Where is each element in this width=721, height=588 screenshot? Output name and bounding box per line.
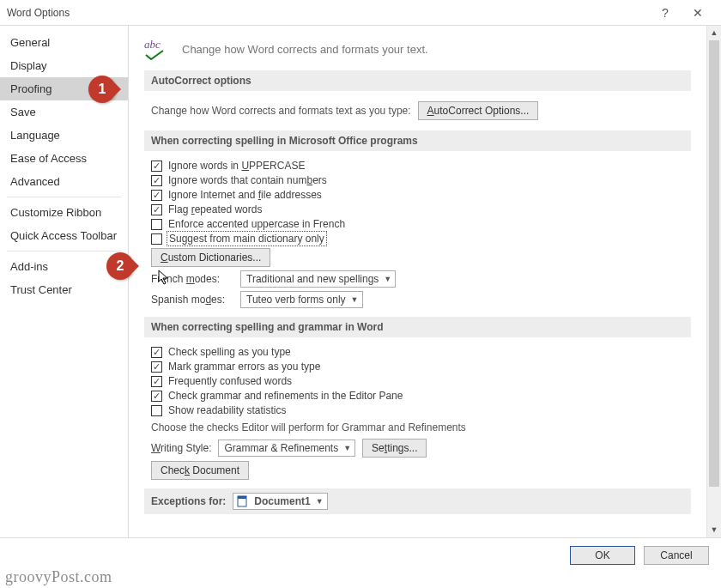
office-check-checkbox-5[interactable] — [151, 233, 162, 245]
office-check-checkbox-2[interactable] — [151, 190, 162, 201]
office-check-label-2[interactable]: Ignore Internet and file addresses — [168, 189, 322, 201]
office-check-checkbox-3[interactable] — [151, 204, 162, 215]
office-check-row: Flag repeated words — [151, 203, 691, 215]
window-title: Word Options — [7, 7, 649, 19]
sidebar-separator — [7, 251, 121, 252]
word-check-row: Check grammar and refinements in the Edi… — [151, 390, 691, 402]
custom-dictionaries-button[interactable]: Custom Dictionaries... — [151, 248, 270, 267]
dialog-footer: OK Cancel — [0, 537, 721, 572]
sidebar-item-display[interactable]: Display — [0, 54, 128, 77]
office-check-row: Ignore words that contain numbers — [151, 174, 691, 186]
word-check-label-3[interactable]: Check grammar and refinements in the Edi… — [168, 390, 403, 402]
word-check-row: Show readability statistics — [151, 404, 691, 416]
word-check-label-2[interactable]: Frequently confused words — [168, 375, 292, 387]
sidebar-item-ease-of-access[interactable]: Ease of Access — [0, 147, 128, 170]
settings-button[interactable]: Settings... — [362, 439, 427, 458]
office-check-checkbox-0[interactable] — [151, 161, 162, 172]
chevron-down-icon: ▼ — [384, 275, 391, 283]
annotation-2: 2 — [106, 252, 134, 280]
check-document-button[interactable]: Check Document — [151, 461, 249, 480]
french-modes-label: French modes: — [151, 273, 233, 285]
sidebar-item-advanced[interactable]: Advanced — [0, 170, 128, 193]
titlebar: Word Options ? ✕ — [0, 0, 721, 26]
scroll-down-icon[interactable]: ▼ — [707, 523, 721, 537]
sidebar-item-save[interactable]: Save — [0, 100, 128, 124]
word-check-checkbox-4[interactable] — [151, 405, 162, 416]
office-check-label-5[interactable]: Suggest from main dictionary only — [168, 233, 325, 245]
sidebar-item-general[interactable]: General — [0, 31, 128, 54]
chevron-down-icon: ▼ — [343, 444, 351, 452]
scroll-up-icon[interactable]: ▲ — [707, 26, 721, 40]
office-check-label-1[interactable]: Ignore words that contain numbers — [168, 174, 327, 186]
document-icon — [235, 495, 249, 507]
sidebar-item-trust-center[interactable]: Trust Center — [0, 278, 128, 301]
writing-style-desc: Choose the checks Editor will perform fo… — [151, 421, 691, 433]
office-check-label-3[interactable]: Flag repeated words — [168, 203, 262, 215]
office-check-row: Ignore words in UPPERCASE — [151, 160, 691, 172]
word-check-row: Frequently confused words — [151, 375, 691, 387]
office-check-label-0[interactable]: Ignore words in UPPERCASE — [168, 160, 305, 172]
chevron-down-icon: ▼ — [351, 295, 359, 304]
office-check-checkbox-4[interactable] — [151, 219, 162, 230]
autocorrect-desc: Change how Word corrects and formats tex… — [151, 105, 411, 117]
exceptions-label: Exceptions for: — [151, 495, 226, 507]
office-check-checkbox-1[interactable] — [151, 175, 162, 186]
chevron-down-icon: ▼ — [316, 497, 324, 506]
annotation-1: 1 — [88, 76, 116, 103]
writing-style-dropdown[interactable]: Grammar & Refinements▼ — [218, 439, 355, 457]
vertical-scrollbar[interactable]: ▲ ▼ — [706, 26, 721, 537]
writing-style-label: Writing Style: — [151, 442, 211, 454]
word-check-checkbox-3[interactable] — [151, 391, 162, 402]
sidebar-separator — [7, 197, 121, 197]
section-exceptions: Exceptions for: Document1 ▼ — [144, 488, 691, 514]
office-check-label-4[interactable]: Enforce accented uppercase in French — [168, 218, 345, 230]
office-check-row: Enforce accented uppercase in French — [151, 218, 691, 230]
french-modes-dropdown[interactable]: Traditional and new spellings▼ — [240, 270, 396, 288]
spanish-modes-label: Spanish modes: — [151, 294, 233, 306]
word-check-row: Check spelling as you type — [151, 346, 691, 358]
sidebar-item-quick-access-toolbar[interactable]: Quick Access Toolbar — [0, 224, 128, 247]
section-office-spell-title: When correcting spelling in Microsoft Of… — [144, 130, 691, 151]
svg-rect-1 — [238, 496, 246, 499]
close-button[interactable]: ✕ — [682, 6, 714, 20]
office-check-row: Ignore Internet and file addresses — [151, 189, 691, 201]
scroll-thumb[interactable] — [709, 40, 719, 487]
word-check-label-0[interactable]: Check spelling as you type — [168, 346, 291, 358]
proofing-icon: abc — [144, 38, 170, 60]
proofing-pane: abc Change how Word corrects and formats… — [129, 26, 706, 537]
ok-button[interactable]: OK — [570, 546, 635, 565]
word-check-checkbox-1[interactable] — [151, 361, 162, 373]
section-word-spell-title: When correcting spelling and grammar in … — [144, 317, 691, 337]
section-autocorrect-title: AutoCorrect options — [144, 70, 691, 91]
word-check-checkbox-0[interactable] — [151, 347, 162, 358]
cancel-button[interactable]: Cancel — [644, 546, 709, 565]
help-button[interactable]: ? — [649, 6, 682, 20]
spanish-modes-dropdown[interactable]: Tuteo verb forms only▼ — [240, 291, 363, 308]
watermark: groovyPost.com — [5, 568, 112, 586]
sidebar-item-language[interactable]: Language — [0, 124, 128, 147]
exceptions-dropdown[interactable]: Document1 ▼ — [233, 493, 327, 510]
office-check-row: Suggest from main dictionary only — [151, 233, 691, 245]
word-check-checkbox-2[interactable] — [151, 376, 162, 387]
word-check-label-1[interactable]: Mark grammar errors as you type — [168, 361, 320, 373]
word-check-label-4[interactable]: Show readability statistics — [168, 404, 286, 416]
sidebar-item-customize-ribbon[interactable]: Customize Ribbon — [0, 201, 128, 224]
options-sidebar: General Display Proofing Save Language E… — [0, 26, 129, 537]
autocorrect-options-button[interactable]: AutoCorrect Options... — [418, 101, 539, 120]
page-subtitle: Change how Word corrects and formats you… — [182, 43, 428, 56]
word-check-row: Mark grammar errors as you type — [151, 361, 691, 373]
